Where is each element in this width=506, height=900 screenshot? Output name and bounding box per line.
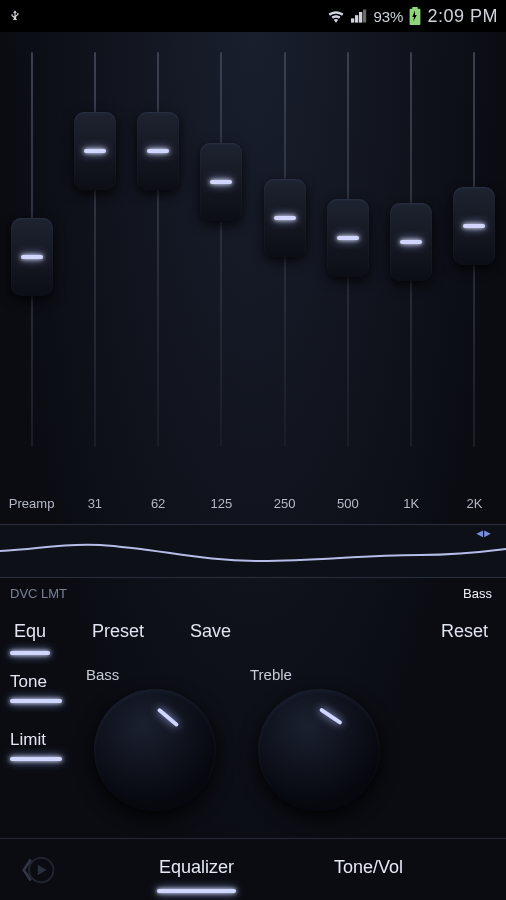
status-bar: 93% 2:09 PM bbox=[0, 0, 506, 32]
dvc-limit-label: DVC LMT bbox=[10, 586, 67, 601]
eq-band-label: 125 bbox=[190, 496, 253, 524]
eq-band-labels: Preamp31621252505001K2K bbox=[0, 496, 506, 524]
eq-band-label: 31 bbox=[63, 496, 126, 524]
eq-band-1k bbox=[380, 42, 443, 492]
eq-band-250 bbox=[253, 42, 316, 492]
tab-tonevol[interactable]: Tone/Vol bbox=[332, 849, 405, 890]
eq-slider-thumb-500[interactable] bbox=[327, 199, 369, 277]
eq-band-label: 500 bbox=[316, 496, 379, 524]
eq-band-125 bbox=[190, 42, 253, 492]
treble-knob-label: Treble bbox=[250, 666, 292, 683]
signal-icon bbox=[351, 9, 367, 23]
eq-band-label: 250 bbox=[253, 496, 316, 524]
equ-toggle-button[interactable]: Equ bbox=[10, 615, 50, 652]
preset-button[interactable]: Preset bbox=[88, 615, 148, 652]
usb-icon bbox=[8, 9, 22, 23]
eq-band-label: 62 bbox=[127, 496, 190, 524]
eq-slider-thumb-preamp[interactable] bbox=[11, 218, 53, 296]
tone-controls: Tone Limit Bass Treble bbox=[0, 662, 506, 820]
scroll-indicator-icon: ◄► bbox=[474, 527, 490, 539]
battery-percent: 93% bbox=[373, 8, 403, 25]
bass-knob-label: Bass bbox=[86, 666, 119, 683]
eq-band-31 bbox=[63, 42, 126, 492]
eq-slider-thumb-250[interactable] bbox=[264, 179, 306, 257]
battery-charging-icon bbox=[409, 7, 421, 25]
eq-band-preamp bbox=[0, 42, 63, 492]
dvc-status-row: DVC LMT Bass bbox=[0, 578, 506, 609]
eq-band-2k bbox=[443, 42, 506, 492]
eq-band-62 bbox=[127, 42, 190, 492]
clock: 2:09 PM bbox=[427, 6, 498, 27]
eq-band-label: 1K bbox=[380, 496, 443, 524]
wifi-icon bbox=[327, 9, 345, 23]
eq-slider-thumb-62[interactable] bbox=[137, 112, 179, 190]
eq-slider-thumb-125[interactable] bbox=[200, 143, 242, 221]
reset-button[interactable]: Reset bbox=[437, 615, 492, 652]
limit-toggle-button[interactable]: Limit bbox=[10, 730, 62, 758]
eq-slider-thumb-31[interactable] bbox=[74, 112, 116, 190]
eq-band-label: 2K bbox=[443, 496, 506, 524]
tab-equalizer[interactable]: Equalizer bbox=[157, 849, 236, 890]
back-play-button[interactable] bbox=[8, 849, 64, 891]
bottom-tab-bar: Equalizer Tone/Vol bbox=[0, 838, 506, 900]
eq-band-500 bbox=[316, 42, 379, 492]
eq-curve[interactable]: ◄► bbox=[0, 524, 506, 578]
save-button[interactable]: Save bbox=[186, 615, 235, 652]
eq-slider-thumb-2k[interactable] bbox=[453, 187, 495, 265]
eq-slider-thumb-1k[interactable] bbox=[390, 203, 432, 281]
eq-band-label: Preamp bbox=[0, 496, 63, 524]
bass-knob[interactable] bbox=[94, 689, 216, 811]
equalizer-sliders bbox=[0, 32, 506, 492]
treble-knob[interactable] bbox=[258, 689, 380, 811]
dvc-mode-label: Bass bbox=[463, 586, 492, 601]
tone-toggle-button[interactable]: Tone bbox=[10, 672, 62, 700]
eq-action-buttons: Equ Preset Save Reset bbox=[0, 609, 506, 662]
